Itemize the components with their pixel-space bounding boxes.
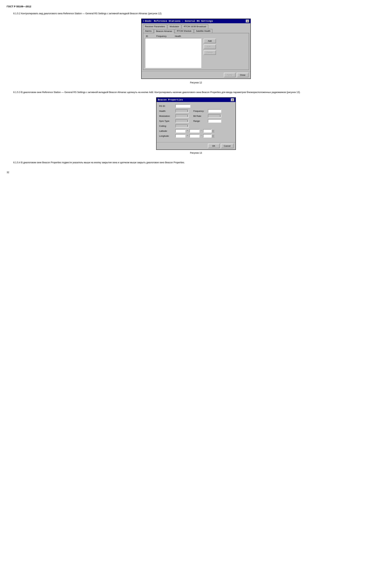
close-button[interactable]: Close <box>237 73 249 77</box>
modulation-select-wrapper <box>175 114 189 118</box>
bit-rate-label: Bit Rate: <box>193 115 207 117</box>
dialog-1-titlebar: ≡Doob: Reference Stations - General RS S… <box>141 19 251 23</box>
modulation-bitrate-row: Modulation: Bit Rate: <box>159 114 233 118</box>
dialog-2: Beacon Properties × RS ID: Health: <box>156 97 236 150</box>
ok-button[interactable]: OK <box>208 144 220 148</box>
paragraph-3: 6.1.5.4 В диалоговом окне Beacon Propert… <box>13 161 385 164</box>
minute-symbol-lon: ' <box>201 135 201 137</box>
coding-select[interactable] <box>175 124 189 128</box>
health-select[interactable] <box>175 109 189 113</box>
frequency-label: Frequency: <box>193 110 207 112</box>
figure-13-caption: Рисунок 13 <box>190 151 202 154</box>
add-button[interactable]: Add <box>204 39 216 43</box>
dialog-1-title: ≡Doob: Reference Stations - General RS S… <box>143 20 213 22</box>
tab-satellite-health[interactable]: Satellite Health <box>194 29 212 33</box>
apply-button[interactable]: Apply <box>224 73 236 77</box>
latitude-deg-input[interactable] <box>175 129 185 133</box>
tab-alarms[interactable]: Alarms <box>143 29 154 33</box>
health-select-wrapper <box>175 109 189 113</box>
figure-13-container: Beacon Properties × RS ID: Health: <box>7 97 385 157</box>
modulation-label: Modulation: <box>159 115 174 117</box>
latitude-spin-down[interactable]: ▼ <box>212 131 214 133</box>
latitude-spin-up[interactable]: ▲ <box>212 129 214 131</box>
dialog-2-titlebar: Beacon Properties × <box>156 98 236 102</box>
longitude-spin-input[interactable] <box>203 134 211 137</box>
beacon-form-content: RS ID: Health: Frequency: Modulation: <box>156 102 236 142</box>
coding-label: Coding: <box>159 125 174 127</box>
dialog-1-tabs-row-1: Receiver Parameters Modulator RTCM 16/36… <box>141 23 251 29</box>
paragraph-2: 6.1.5.3 В диалоговом окне Reference Stat… <box>13 90 385 94</box>
figure-12-container: ≡Doob: Reference Stations - General RS S… <box>7 19 385 87</box>
tab-receiver-parameters[interactable]: Receiver Parameters <box>143 24 167 29</box>
rs-id-input[interactable] <box>175 104 190 108</box>
dialog-1-tabs-row-2: Alarms Beacon Almanac RTCM Shedule Satel… <box>141 29 251 33</box>
dialog-1-tab-content: ID Frequency Health Add Edit... <box>143 33 249 70</box>
sync-type-label: Sync Type: <box>159 120 174 122</box>
longitude-spinbox: ▲ ▼ <box>203 134 214 137</box>
range-input[interactable] <box>208 119 221 123</box>
dialog-1-close-button[interactable]: × <box>246 20 249 23</box>
col-id: ID <box>146 35 148 37</box>
delete-button[interactable]: Delete <box>204 50 216 55</box>
latitude-spinbox: ▲ ▼ <box>203 129 214 133</box>
page-header: ГОСТ Р 55109—2012 <box>7 5 385 8</box>
health-frequency-row: Health: Frequency: <box>159 109 233 113</box>
list-column-headers: ID Frequency Health <box>145 35 247 37</box>
bit-rate-select[interactable] <box>208 114 221 118</box>
longitude-row: Longitude: ° ' ▲ ▼ <box>159 134 233 137</box>
longitude-spin-down[interactable]: ▼ <box>212 136 214 137</box>
beacon-list-area[interactable] <box>145 38 201 68</box>
latitude-spin-buttons: ▲ ▼ <box>212 129 214 133</box>
dialog-1: ≡Doob: Reference Stations - General RS S… <box>141 19 251 79</box>
inner-list-section: Add Edit... Delete <box>145 38 247 68</box>
longitude-min-input[interactable] <box>190 134 199 137</box>
longitude-spin-buttons: ▲ ▼ <box>212 134 214 137</box>
tab-rtcm-shedule[interactable]: RTCM Shedule <box>175 29 194 33</box>
latitude-row: Latitude: ° ' ▲ ▼ <box>159 129 233 133</box>
dialog-2-close-button[interactable]: × <box>231 98 234 101</box>
rs-id-row: RS ID: <box>159 104 233 108</box>
coding-select-wrapper <box>175 124 189 128</box>
sync-type-select-wrapper <box>175 119 189 123</box>
coding-row: Coding: <box>159 124 233 128</box>
range-label: Range: <box>193 120 207 122</box>
degree-symbol-lat: ° <box>187 130 188 132</box>
col-health: Health <box>175 35 181 37</box>
figure-12-caption: Рисунок 12 <box>190 81 202 84</box>
bit-rate-select-wrapper <box>208 114 221 118</box>
modulation-select[interactable] <box>175 114 189 118</box>
latitude-spin-input[interactable] <box>203 129 211 133</box>
dialog-2-title: Beacon Properties <box>158 99 183 101</box>
frequency-input[interactable] <box>208 109 221 113</box>
sync-type-select[interactable] <box>175 119 189 123</box>
edit-button[interactable]: Edit... <box>204 45 216 49</box>
tab-beacon-almanac[interactable]: Beacon Almanac <box>154 29 174 33</box>
longitude-spin-up[interactable]: ▲ <box>212 134 214 136</box>
longitude-label: Longitude: <box>159 135 174 137</box>
health-label: Health: <box>159 110 174 112</box>
tab-modulator[interactable]: Modulator <box>168 24 181 29</box>
tab-rtcm-broadcast[interactable]: RTCM 16/36 Broadcast <box>182 24 208 29</box>
paragraph-1: 6.1.5.2 Контролировать вид диалогового о… <box>13 12 385 15</box>
minute-symbol-lat: ' <box>201 130 201 132</box>
degree-symbol-lon: ° <box>187 135 188 137</box>
buttons-column: Add Edit... Delete <box>204 39 216 55</box>
dialog-2-bottom: OK Cancel <box>156 142 236 150</box>
synctype-range-row: Sync Type: Range: <box>159 119 233 123</box>
longitude-deg-input[interactable] <box>175 134 185 137</box>
rs-id-label: RS ID: <box>159 105 174 107</box>
latitude-min-input[interactable] <box>190 129 199 133</box>
cancel-button[interactable]: Cancel <box>221 144 234 148</box>
latitude-label: Latitude: <box>159 130 174 132</box>
dialog-1-bottom: Apply Close <box>141 71 251 79</box>
page-number: 32 <box>7 171 385 174</box>
col-frequency: Frequency <box>156 35 167 37</box>
